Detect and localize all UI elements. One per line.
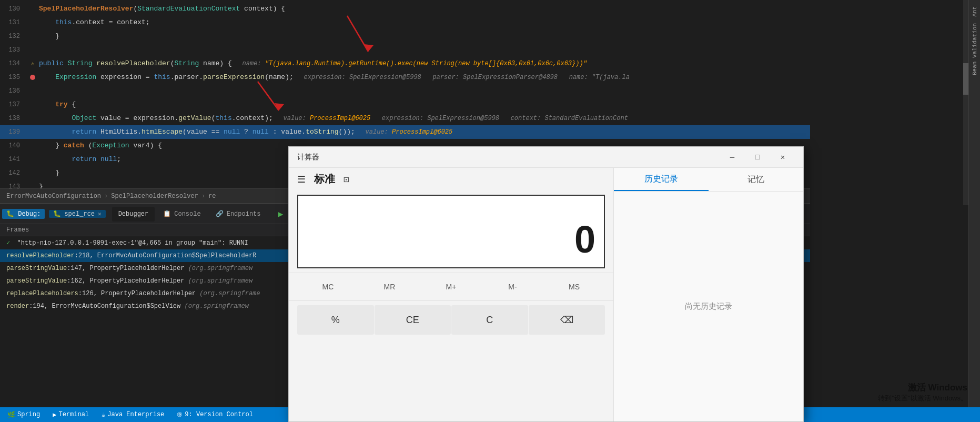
- breakpoint-icon: [30, 75, 35, 80]
- vc-icon: ⑨: [177, 411, 183, 419]
- calc-history-tab[interactable]: 历史记录: [614, 168, 709, 191]
- calculator-window: 计算器 — □ ✕ ☰ 标准 ⊡ 0 MC MR M+ M- MS: [288, 146, 804, 422]
- debug-session-label: 🐛 Debug:: [2, 209, 45, 219]
- status-terminal[interactable]: ▶ Terminal: [49, 407, 92, 422]
- tab-endpoints[interactable]: 🔗 Endpoints: [209, 207, 267, 222]
- calc-mc-btn[interactable]: MC: [297, 276, 359, 297]
- calc-mode-icon[interactable]: ⊡: [343, 174, 349, 185]
- editor-scrollbar[interactable]: [963, 0, 968, 205]
- calc-mplus-btn[interactable]: M+: [420, 276, 482, 297]
- calc-menu-icon[interactable]: ☰: [297, 174, 306, 185]
- endpoints-label: Endpoints: [227, 210, 261, 218]
- console-icon: 📋: [163, 210, 171, 218]
- code-line-139: 139 return HtmlUtils.htmlEscape(value ==…: [0, 125, 810, 139]
- status-java-enterprise[interactable]: ☕ Java Enterprise: [98, 407, 167, 422]
- endpoints-icon: 🔗: [216, 210, 224, 218]
- activate-line1: 激活 Windows: [878, 381, 967, 394]
- frame-text-2: parseStringValue:147, PropertyPlaceholde…: [6, 265, 252, 272]
- resume-btn[interactable]: ▶: [274, 207, 288, 222]
- calc-history-panel: 历史记录 记忆 尚无历史记录: [614, 168, 803, 421]
- frame-text-0: "http-nio-127.0.0.1-9091-exec-1"@4,665 i…: [17, 239, 248, 247]
- frame-text-3: parseStringValue:162, PropertyPlaceholde…: [6, 277, 252, 285]
- code-line-134: 134 ⚠ public String resolvePlaceholder(S…: [0, 57, 810, 71]
- debug-icon: 🐛: [6, 210, 14, 218]
- code-line-133: 133: [0, 43, 810, 57]
- calc-display-area: 0: [297, 195, 605, 268]
- calc-mr-btn[interactable]: MR: [359, 276, 420, 297]
- bean-validation-label[interactable]: Bean Validation: [971, 21, 979, 77]
- calc-backspace-btn[interactable]: ⌫: [529, 305, 605, 335]
- calc-buttons: % CE C ⌫: [289, 301, 613, 421]
- breadcrumb-item-1[interactable]: ErrorMvcAutoConfiguration: [6, 193, 101, 200]
- calc-close-btn[interactable]: ✕: [771, 149, 795, 165]
- debug-session-tab[interactable]: 🐛 spel_rce ✕: [49, 210, 105, 218]
- breadcrumb-item-2[interactable]: SpelPlaceholderResolver: [111, 193, 198, 200]
- code-line-136: 136: [0, 84, 810, 98]
- console-label: Console: [174, 210, 200, 218]
- calc-c-btn[interactable]: C: [451, 305, 528, 335]
- terminal-icon: ▶: [53, 411, 56, 419]
- status-spring[interactable]: 🌿 Spring: [4, 407, 43, 422]
- spring-icon: 🌿: [7, 411, 15, 419]
- calc-main: ☰ 标准 ⊡ 0 MC MR M+ M- MS % CE C ⌫: [289, 168, 614, 421]
- session-name: spel_rce: [64, 210, 95, 218]
- windows-activation: 激活 Windows 转到"设置"以激活 Windows。: [878, 381, 967, 403]
- calc-titlebar-buttons: — □ ✕: [720, 149, 795, 165]
- activate-line2: 转到"设置"以激活 Windows。: [878, 394, 967, 403]
- status-version-control[interactable]: ⑨ 9: Version Control: [174, 407, 256, 422]
- code-line-137: 137 try {: [0, 98, 810, 112]
- close-session-icon[interactable]: ✕: [98, 210, 102, 217]
- right-panel: Ant Bean Validation: [968, 0, 980, 422]
- breadcrumb-item-3[interactable]: re: [208, 193, 216, 200]
- debugger-label: Debugger: [118, 210, 149, 218]
- session-icon: 🐛: [53, 210, 61, 218]
- calc-memory-row: MC MR M+ M- MS: [289, 273, 613, 301]
- calc-ms-btn[interactable]: MS: [543, 276, 605, 297]
- calc-minimize-btn[interactable]: —: [720, 149, 744, 165]
- tab-console[interactable]: 📋 Console: [157, 207, 207, 222]
- java-icon: ☕: [102, 411, 105, 419]
- code-line-131: 131 this.context = context;: [0, 16, 810, 29]
- calc-title: 计算器: [297, 153, 319, 162]
- calc-percent-btn[interactable]: %: [297, 305, 374, 335]
- calc-history-tabs: 历史记录 记忆: [614, 168, 803, 192]
- calc-display: 0: [574, 218, 595, 261]
- calc-memory-tab[interactable]: 记忆: [709, 168, 803, 191]
- code-line-132: 132 }: [0, 29, 810, 43]
- code-line-135: 135 Expression expression = this.parser.…: [0, 71, 810, 84]
- frame-text-5: render:194, ErrorMvcAutoConfiguration$Sp…: [6, 303, 249, 310]
- calc-header: ☰ 标准 ⊡: [289, 168, 613, 190]
- frame-text-4: replacePlaceholders:126, PropertyPlaceho…: [6, 290, 260, 297]
- calc-maximize-btn[interactable]: □: [745, 149, 770, 165]
- calc-body: ☰ 标准 ⊡ 0 MC MR M+ M- MS % CE C ⌫: [289, 168, 803, 421]
- calc-mode-label: 标准: [314, 172, 335, 186]
- calc-history-empty: 尚无历史记录: [614, 192, 803, 421]
- warning-icon: ⚠: [29, 60, 36, 67]
- calc-ce-btn[interactable]: CE: [375, 305, 451, 335]
- code-line-138: 138 Object value = expression.getValue(t…: [0, 112, 810, 125]
- calc-titlebar: 计算器 — □ ✕: [289, 147, 803, 168]
- tab-debugger[interactable]: Debugger: [112, 207, 155, 222]
- ant-label[interactable]: Ant: [971, 4, 979, 19]
- code-line-130: 130 SpelPlaceholderResolver(StandardEval…: [0, 2, 810, 16]
- frame-check-icon: ✓: [6, 239, 10, 247]
- frame-text-1: resolvePlaceholder:218, ErrorMvcAutoConf…: [6, 252, 256, 259]
- calc-mminus-btn[interactable]: M-: [482, 276, 543, 297]
- scrollbar-thumb[interactable]: [963, 63, 968, 95]
